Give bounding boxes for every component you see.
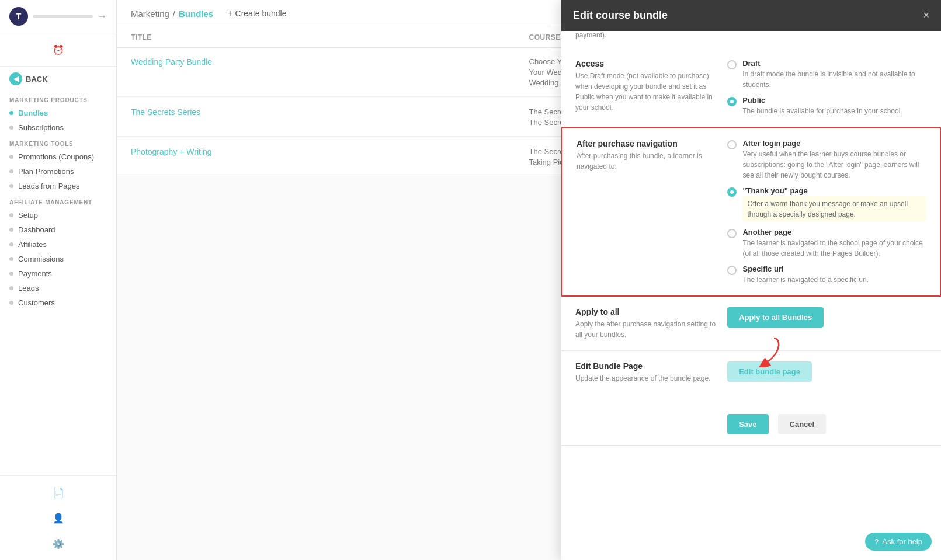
option-desc-after-login: Very useful when the learner buys course… — [742, 149, 926, 180]
access-public-text: Public The bundle is available for purch… — [742, 96, 902, 116]
files-icon[interactable]: 📄 — [48, 482, 69, 503]
sidebar-label-customers: Customers — [18, 298, 55, 307]
dot-icon — [9, 228, 13, 232]
radio-draft[interactable] — [727, 60, 737, 69]
sidebar-item-customers[interactable]: Customers — [0, 295, 116, 310]
after-purchase-section: After purchase navigation After purchasi… — [561, 127, 941, 297]
option-label-after-login: After login page — [742, 139, 926, 148]
radio-thank-you[interactable] — [727, 187, 737, 197]
edit-bundle-page-actions: Edit bundle page Save Cancel — [727, 361, 927, 434]
sidebar-item-dashboard[interactable]: Dashboard — [0, 222, 116, 237]
modal-body: payment). Access Use Draft mode (not ava… — [561, 31, 941, 560]
sidebar-label-leads: Leads — [18, 284, 39, 293]
breadcrumb: Marketing / Bundles — [131, 9, 213, 19]
dot-icon — [9, 301, 13, 305]
dot-icon — [9, 169, 13, 173]
apply-to-all-label: Apply to all — [575, 307, 718, 316]
person-icon[interactable]: 👤 — [48, 507, 69, 528]
after-purchase-label-col: After purchase navigation After purchasi… — [577, 139, 718, 285]
sidebar-item-bundles[interactable]: Bundles — [0, 106, 116, 120]
back-button[interactable]: ◀ BACK — [0, 67, 116, 91]
ask-for-help-button[interactable]: ? Ask for help — [865, 533, 932, 551]
save-cancel-row: Save Cancel — [727, 414, 927, 434]
logo-bar — [33, 15, 93, 18]
sidebar-label-payments: Payments — [18, 269, 52, 278]
option-specific-url[interactable]: Specific url The learner is navigated to… — [727, 265, 926, 285]
marketing-tools-title: MARKETING TOOLS — [0, 135, 116, 149]
sidebar-item-plan-promotions[interactable]: Plan Promotions — [0, 164, 116, 179]
sidebar-item-promotions[interactable]: Promotions (Coupons) — [0, 149, 116, 164]
dot-icon — [9, 155, 13, 159]
access-label-col: Access Use Draft mode (not available to … — [575, 59, 718, 116]
access-description: Use Draft mode (not available to purchas… — [575, 71, 718, 113]
sidebar-label-subscriptions: Subscriptions — [18, 123, 64, 132]
dot-icon — [9, 242, 13, 246]
sidebar-bottom-icons: 📄 👤 ⚙️ — [0, 475, 116, 560]
settings-icon[interactable]: ⚙️ — [48, 533, 69, 554]
close-button[interactable]: × — [923, 9, 929, 22]
breadcrumb-separator: / — [173, 9, 175, 19]
apply-to-all-description: Apply the after purchase navigation sett… — [575, 319, 718, 340]
clock-icon[interactable]: ⏰ — [48, 39, 69, 60]
sidebar-item-payments[interactable]: Payments — [0, 266, 116, 281]
sidebar-item-affiliates[interactable]: Affiliates — [0, 237, 116, 252]
sidebar-item-subscriptions[interactable]: Subscriptions — [0, 120, 116, 135]
payment-note: payment). — [561, 31, 941, 48]
sidebar-item-setup[interactable]: Setup — [0, 208, 116, 222]
sidebar-label-commissions: Commissions — [18, 255, 64, 263]
create-bundle-button[interactable]: + Create bundle — [227, 8, 286, 19]
save-button[interactable]: Save — [727, 414, 768, 434]
apply-to-all-actions: Apply to all Bundles — [727, 307, 927, 328]
access-draft-text: Draft In draft mode the bundle is invisi… — [742, 59, 927, 90]
help-icon: ? — [874, 537, 879, 546]
cancel-button[interactable]: Cancel — [778, 414, 827, 434]
sidebar: T → ⏰ ◀ BACK MARKETING PRODUCTS Bundles … — [0, 0, 117, 560]
option-thank-you[interactable]: "Thank you" page Offer a warm thank you … — [727, 186, 926, 222]
thank-you-text: "Thank you" page Offer a warm thank you … — [742, 186, 926, 222]
dot-icon — [9, 257, 13, 261]
sidebar-item-leads[interactable]: Leads — [0, 281, 116, 295]
apply-to-all-button[interactable]: Apply to all Bundles — [727, 307, 824, 328]
another-page-text: Another page The learner is navigated to… — [742, 228, 926, 259]
edit-bundle-page-description: Update the appearance of the bundle page… — [575, 373, 718, 384]
sidebar-label-setup: Setup — [18, 211, 38, 220]
option-label-specific-url: Specific url — [742, 265, 868, 273]
after-purchase-options: After login page Very useful when the le… — [727, 139, 926, 285]
plus-icon: + — [227, 8, 232, 19]
bundle-title: The Secrets Series — [131, 107, 529, 127]
bundle-title: Photography + Writing — [131, 147, 529, 166]
edit-bundle-modal: Edit course bundle × payment). Access Us… — [561, 0, 941, 560]
specific-url-text: Specific url The learner is navigated to… — [742, 265, 868, 285]
radio-specific-url[interactable] — [727, 266, 737, 275]
radio-another-page[interactable] — [727, 229, 737, 238]
dot-icon — [9, 111, 13, 115]
option-after-login[interactable]: After login page Very useful when the le… — [727, 139, 926, 180]
access-option-public[interactable]: Public The bundle is available for purch… — [727, 96, 927, 116]
dot-icon — [9, 126, 13, 130]
sidebar-toggle-icon[interactable]: → — [98, 11, 107, 22]
option-another-page[interactable]: Another page The learner is navigated to… — [727, 228, 926, 259]
access-label: Access — [575, 59, 718, 68]
arrow-indicator — [745, 335, 786, 367]
bundle-title: Wedding Party Bundle — [131, 57, 529, 87]
option-label-draft: Draft — [742, 59, 927, 68]
create-bundle-label: Create bundle — [235, 9, 287, 18]
sidebar-label-affiliates: Affiliates — [18, 240, 47, 249]
dot-icon — [9, 272, 13, 276]
radio-public[interactable] — [727, 97, 737, 106]
sidebar-label-dashboard: Dashboard — [18, 225, 55, 234]
after-purchase-description: After purchasing this bundle, a learner … — [577, 151, 718, 172]
breadcrumb-marketing[interactable]: Marketing — [131, 9, 169, 19]
ask-help-label: Ask for help — [882, 537, 922, 546]
option-label-thank-you: "Thank you" page — [742, 186, 926, 195]
dot-icon — [9, 213, 13, 217]
option-label-public: Public — [742, 96, 902, 105]
sidebar-item-leads-from-pages[interactable]: Leads from Pages — [0, 179, 116, 193]
sidebar-item-commissions[interactable]: Commissions — [0, 252, 116, 266]
access-option-draft[interactable]: Draft In draft mode the bundle is invisi… — [727, 59, 927, 90]
sidebar-logo: T → — [0, 0, 116, 33]
sidebar-label-promotions: Promotions (Coupons) — [18, 152, 94, 161]
access-section: Access Use Draft mode (not available to … — [561, 48, 941, 127]
breadcrumb-bundles: Bundles — [179, 9, 213, 19]
radio-after-login[interactable] — [727, 140, 737, 149]
